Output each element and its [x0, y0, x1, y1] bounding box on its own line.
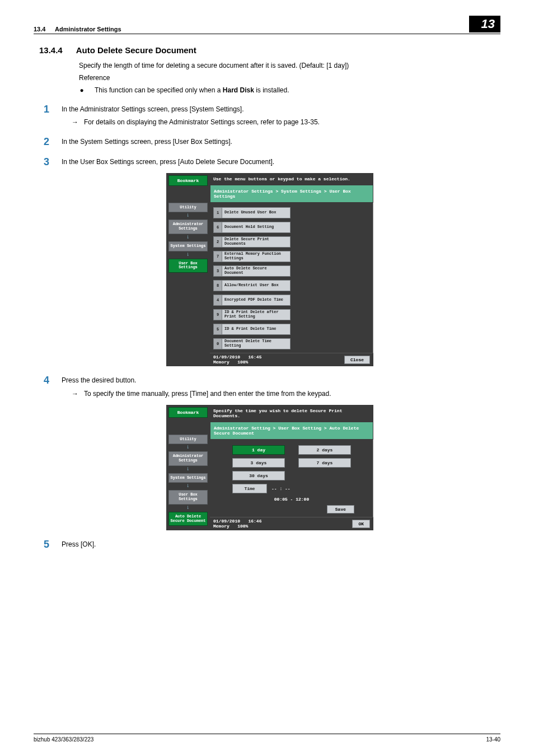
menu-btn-0[interactable]: 0Document Delete Time Setting: [213, 338, 291, 349]
step-number-1: 1: [39, 104, 49, 128]
page-footer: bizhub 423/363/283/223 13-40: [34, 734, 500, 743]
menu-btn-8[interactable]: 8Allow/Restrict User Box: [213, 280, 291, 291]
bullet-prefix: This function can be specified only when…: [95, 86, 223, 94]
arrow-icon: →: [72, 117, 78, 128]
header-section-title: Administrator Settings: [55, 26, 121, 32]
nav-admin-settings[interactable]: Administrator Settings: [168, 220, 208, 234]
down-arrow-icon: ↓: [168, 234, 208, 241]
device1-footer-status: 01/09/2010 16:45 Memory 100%: [213, 355, 261, 365]
menu-btn-6[interactable]: 6Document Hold Setting: [213, 222, 291, 233]
menu-btn-3[interactable]: 3Auto Delete Secure Document: [213, 265, 291, 277]
save-button[interactable]: Save: [327, 505, 354, 514]
device1-instruction: Use the menu buttons or keypad to make a…: [210, 173, 373, 185]
section-number: 13.4.4: [39, 45, 63, 55]
page-header: 13.4 Administrator Settings 13: [34, 16, 500, 34]
down-arrow-icon: ↓: [168, 483, 208, 490]
device2-footer-status: 01/09/2010 16:46 Memory 100%: [213, 519, 261, 529]
bullet-bold: Hard Disk: [223, 86, 254, 94]
down-arrow-icon: ↓: [168, 444, 208, 451]
option-time[interactable]: Time: [232, 484, 267, 493]
step-5-text: Press [OK].: [62, 539, 500, 550]
option-2-days[interactable]: 2 days: [298, 445, 351, 455]
menu-btn-2[interactable]: 2Delete Secure Print Documents: [213, 236, 291, 248]
menu-btn-9[interactable]: 9ID & Print Delete after Print Setting: [213, 309, 291, 320]
device-screenshot-2: Bookmark Utility ↓ Administrator Setting…: [166, 405, 373, 531]
close-button[interactable]: Close: [344, 356, 370, 364]
reference-label: Reference: [79, 73, 500, 83]
nav-utility[interactable]: Utility: [168, 435, 208, 445]
device-screenshot-1: Bookmark Utility ↓ Administrator Setting…: [166, 173, 373, 367]
bookmark-button[interactable]: Bookmark: [168, 407, 208, 418]
option-1-day[interactable]: 1 day: [232, 445, 285, 455]
footer-model: bizhub 423/363/283/223: [34, 736, 93, 743]
ok-button[interactable]: OK: [352, 520, 370, 528]
nav-utility[interactable]: Utility: [168, 203, 208, 213]
nav-admin-settings[interactable]: Administrator Settings: [168, 451, 208, 465]
device2-instruction: Specify the time you wish to delete Secu…: [210, 405, 373, 422]
device1-button-grid: 1Delete Unused User Box 6Document Hold S…: [210, 205, 373, 353]
down-arrow-icon: ↓: [168, 505, 208, 512]
option-7-days[interactable]: 7 days: [298, 458, 351, 468]
step-4-text: Press the desired button.: [62, 375, 500, 386]
down-arrow-icon: ↓: [168, 466, 208, 473]
option-3-days[interactable]: 3 days: [232, 458, 285, 468]
footer-page: 13-40: [486, 736, 500, 743]
nav-user-box-settings[interactable]: User Box Settings: [168, 259, 208, 273]
chapter-badge: 13: [469, 16, 500, 32]
step-3-text: In the User Box Settings screen, press […: [62, 157, 500, 167]
step-1-text: In the Administrator Settings screen, pr…: [62, 104, 500, 115]
nav-user-box-settings[interactable]: User Box Settings: [168, 490, 208, 504]
bookmark-button[interactable]: Bookmark: [168, 175, 208, 186]
bullet-icon: ●: [79, 85, 85, 95]
step-number-4: 4: [39, 375, 49, 399]
header-section-number: 13.4: [34, 26, 45, 32]
menu-btn-5[interactable]: 5ID & Print Delete Time: [213, 324, 291, 335]
intro-text: Specify the length of time for deleting …: [79, 60, 500, 71]
step-4-sub: To specify the time manually, press [Tim…: [84, 389, 331, 399]
menu-btn-1[interactable]: 1Delete Unused User Box: [213, 207, 291, 218]
menu-btn-7[interactable]: 7External Memory Function Settings: [213, 251, 291, 262]
bullet-suffix: is installed.: [254, 86, 289, 94]
option-30-days[interactable]: 30 days: [232, 471, 285, 480]
reference-bullet: ● This function can be specified only wh…: [79, 85, 500, 95]
section-title: Auto Delete Secure Document: [76, 45, 196, 55]
section-heading: 13.4.4 Auto Delete Secure Document: [39, 45, 500, 55]
device2-breadcrumb: Administrator Setting > User Box Setting…: [210, 422, 373, 440]
step-number-2: 2: [39, 137, 49, 147]
menu-btn-4[interactable]: 4Encrypted PDF Delete Time: [213, 295, 291, 306]
nav-auto-delete[interactable]: Auto Delete Secure Document: [168, 512, 208, 526]
time-value: -- : --: [271, 486, 291, 491]
nav-system-settings[interactable]: System Settings: [168, 241, 208, 251]
down-arrow-icon: ↓: [168, 251, 208, 259]
step-2-text: In the System Settings screen, press [Us…: [62, 137, 500, 147]
arrow-icon: →: [72, 389, 78, 399]
device1-breadcrumb: Administrator Settings > System Settings…: [210, 185, 373, 203]
step-number-5: 5: [39, 539, 49, 550]
step-1-sub: For details on displaying the Administra…: [84, 117, 320, 128]
step-number-3: 3: [39, 157, 49, 167]
nav-system-settings[interactable]: System Settings: [168, 473, 208, 483]
time-range: 00:05 - 12:00: [212, 497, 371, 502]
down-arrow-icon: ↓: [168, 212, 208, 220]
